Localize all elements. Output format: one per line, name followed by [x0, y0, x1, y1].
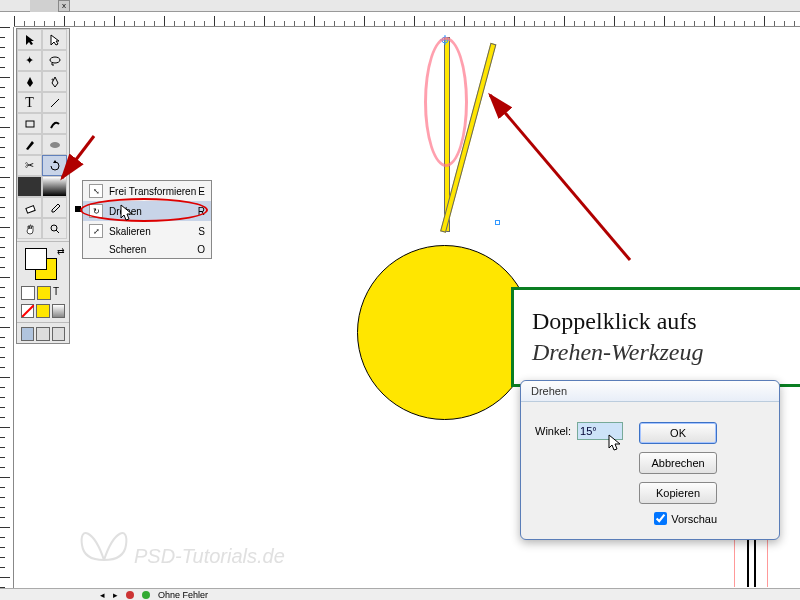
direct-selection-tool[interactable]	[42, 29, 67, 50]
pen-tool[interactable]	[17, 71, 42, 92]
close-icon[interactable]: x	[58, 0, 70, 12]
svg-rect-8	[25, 205, 34, 212]
cursor-icon	[120, 204, 134, 224]
color-swatch-yellow[interactable]	[36, 304, 49, 318]
status-bar: ◂ ▸ Ohne Fehler	[0, 588, 800, 600]
hand-tool[interactable]	[17, 218, 42, 239]
shape-circle[interactable]	[357, 245, 532, 420]
flyout-item-scale[interactable]: ⤢Skalieren S	[83, 221, 211, 241]
rotate-tool[interactable]	[42, 155, 67, 176]
flyout-item-shear[interactable]: Scheren O	[83, 241, 211, 258]
swatch-black-tool[interactable]	[17, 176, 42, 197]
screen-mode-full[interactable]	[36, 327, 49, 341]
flyout-tear-off-handle[interactable]	[75, 206, 81, 212]
stroke-color[interactable]	[25, 248, 47, 270]
magic-wand-tool[interactable]: ✦	[17, 50, 42, 71]
ruler-horizontal	[14, 12, 800, 27]
rotate-dialog: Drehen Winkel: OK Abbrechen Kopieren Vor…	[520, 380, 780, 540]
rotation-center-icon	[440, 35, 450, 45]
app-top-edge	[0, 0, 800, 12]
cursor-icon	[608, 434, 622, 454]
instruction-line2: Drehen-Werkzeug	[532, 339, 782, 366]
brush-tool[interactable]	[42, 113, 67, 134]
lasso-tool[interactable]	[42, 50, 67, 71]
svg-point-7	[50, 142, 60, 148]
ok-button[interactable]: OK	[639, 422, 717, 444]
add-anchor-tool[interactable]: +	[42, 71, 67, 92]
toolbox: ✦ + T ✂ ⇄ T	[16, 28, 70, 344]
tool-flyout-menu: ⤡Frei Transformieren E ↻Drehen R ⤢Skalie…	[82, 180, 212, 259]
selection-handle	[495, 220, 500, 225]
selection-tool[interactable]	[17, 29, 42, 50]
nav-prev-icon[interactable]: ◂	[100, 590, 105, 600]
status-text: Ohne Fehler	[158, 590, 208, 600]
rectangle-tool[interactable]	[17, 113, 42, 134]
zoom-tool[interactable]	[42, 218, 67, 239]
scale-icon: ⤢	[89, 224, 103, 238]
color-swatch-grad[interactable]	[52, 304, 65, 318]
copy-button[interactable]: Kopieren	[639, 482, 717, 504]
instruction-line1: Doppelklick aufs	[532, 308, 782, 335]
status-dot-green	[142, 591, 150, 599]
svg-line-11	[22, 305, 34, 317]
line-tool[interactable]	[42, 92, 67, 113]
ellipse-tool[interactable]	[42, 134, 67, 155]
status-dot-red	[126, 591, 134, 599]
cancel-button[interactable]: Abbrechen	[639, 452, 717, 474]
angle-label: Winkel:	[535, 425, 571, 437]
eraser-tool[interactable]	[17, 197, 42, 218]
preview-checkbox-row[interactable]: Vorschau	[639, 512, 717, 525]
nav-next-icon[interactable]: ▸	[113, 590, 118, 600]
ruler-vertical	[0, 27, 14, 588]
color-well[interactable]: ⇄	[17, 244, 69, 284]
svg-text:+: +	[51, 76, 55, 82]
dialog-title: Drehen	[521, 381, 779, 402]
svg-rect-6	[26, 121, 34, 127]
type-indicator-icon: T	[53, 286, 59, 300]
svg-line-5	[51, 99, 59, 107]
pencil-tool[interactable]	[17, 134, 42, 155]
instruction-callout: Doppelklick aufs Drehen-Werkzeug	[511, 287, 800, 387]
color-mode-solid[interactable]	[21, 286, 35, 300]
screen-mode-presentation[interactable]	[52, 327, 65, 341]
watermark-text: PSD-Tutorials.de	[134, 545, 285, 568]
color-mode-gradient[interactable]	[37, 286, 51, 300]
eyedropper-tool[interactable]	[42, 197, 67, 218]
swap-colors-icon[interactable]: ⇄	[57, 246, 65, 256]
screen-mode-normal[interactable]	[21, 327, 34, 341]
preview-checkbox[interactable]	[654, 512, 667, 525]
type-tool[interactable]: T	[17, 92, 42, 113]
gradient-swatch-tool[interactable]	[42, 176, 67, 197]
watermark-icon	[74, 520, 134, 570]
rotate-icon: ↻	[89, 204, 103, 218]
flyout-item-rotate[interactable]: ↻Drehen R	[83, 201, 211, 221]
free-transform-icon: ⤡	[89, 184, 103, 198]
color-none[interactable]	[21, 304, 34, 318]
flyout-item-free-transform[interactable]: ⤡Frei Transformieren E	[83, 181, 211, 201]
svg-line-10	[56, 230, 59, 233]
scissors-tool[interactable]: ✂	[17, 155, 42, 176]
svg-point-3	[50, 57, 60, 63]
